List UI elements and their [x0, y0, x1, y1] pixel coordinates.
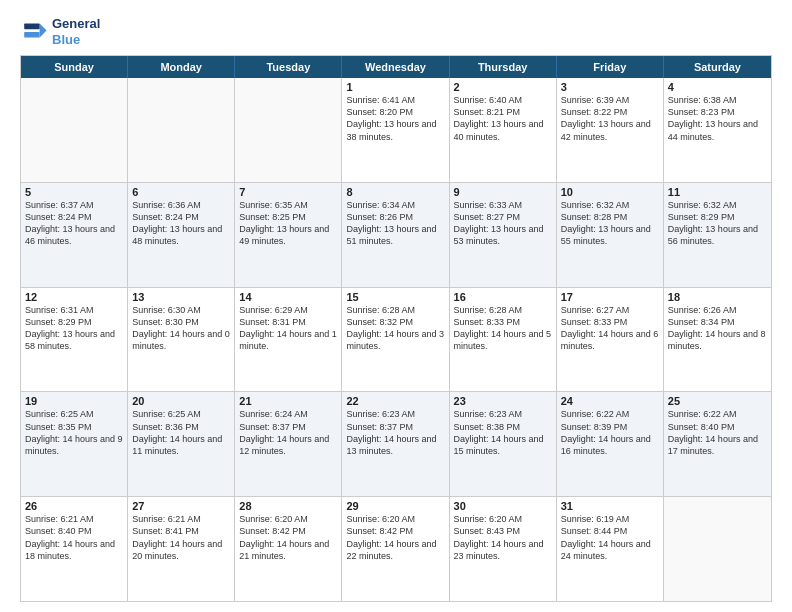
- calendar-cell: 11Sunrise: 6:32 AM Sunset: 8:29 PM Dayli…: [664, 183, 771, 287]
- calendar-body: 1Sunrise: 6:41 AM Sunset: 8:20 PM Daylig…: [21, 78, 771, 601]
- cell-text: Sunrise: 6:28 AM Sunset: 8:32 PM Dayligh…: [346, 304, 444, 353]
- day-header-tuesday: Tuesday: [235, 56, 342, 78]
- day-number: 31: [561, 500, 659, 512]
- day-number: 12: [25, 291, 123, 303]
- day-number: 5: [25, 186, 123, 198]
- calendar-cell: 18Sunrise: 6:26 AM Sunset: 8:34 PM Dayli…: [664, 288, 771, 392]
- cell-text: Sunrise: 6:37 AM Sunset: 8:24 PM Dayligh…: [25, 199, 123, 248]
- day-number: 21: [239, 395, 337, 407]
- cell-text: Sunrise: 6:39 AM Sunset: 8:22 PM Dayligh…: [561, 94, 659, 143]
- calendar-cell: 13Sunrise: 6:30 AM Sunset: 8:30 PM Dayli…: [128, 288, 235, 392]
- day-number: 1: [346, 81, 444, 93]
- cell-text: Sunrise: 6:31 AM Sunset: 8:29 PM Dayligh…: [25, 304, 123, 353]
- day-header-sunday: Sunday: [21, 56, 128, 78]
- day-number: 6: [132, 186, 230, 198]
- svg-rect-3: [24, 32, 39, 38]
- day-number: 26: [25, 500, 123, 512]
- page: General Blue SundayMondayTuesdayWednesda…: [0, 0, 792, 612]
- cell-text: Sunrise: 6:23 AM Sunset: 8:38 PM Dayligh…: [454, 408, 552, 457]
- calendar-row: 1Sunrise: 6:41 AM Sunset: 8:20 PM Daylig…: [21, 78, 771, 183]
- calendar-cell: 29Sunrise: 6:20 AM Sunset: 8:42 PM Dayli…: [342, 497, 449, 601]
- calendar-cell: [21, 78, 128, 182]
- day-number: 25: [668, 395, 767, 407]
- header: General Blue: [20, 16, 772, 47]
- calendar-row: 12Sunrise: 6:31 AM Sunset: 8:29 PM Dayli…: [21, 288, 771, 393]
- day-number: 11: [668, 186, 767, 198]
- calendar-cell: 4Sunrise: 6:38 AM Sunset: 8:23 PM Daylig…: [664, 78, 771, 182]
- day-number: 14: [239, 291, 337, 303]
- calendar-cell: 28Sunrise: 6:20 AM Sunset: 8:42 PM Dayli…: [235, 497, 342, 601]
- calendar-cell: [664, 497, 771, 601]
- day-number: 27: [132, 500, 230, 512]
- calendar-row: 26Sunrise: 6:21 AM Sunset: 8:40 PM Dayli…: [21, 497, 771, 601]
- cell-text: Sunrise: 6:20 AM Sunset: 8:43 PM Dayligh…: [454, 513, 552, 562]
- day-number: 4: [668, 81, 767, 93]
- calendar-cell: 6Sunrise: 6:36 AM Sunset: 8:24 PM Daylig…: [128, 183, 235, 287]
- day-number: 18: [668, 291, 767, 303]
- day-number: 10: [561, 186, 659, 198]
- calendar-row: 19Sunrise: 6:25 AM Sunset: 8:35 PM Dayli…: [21, 392, 771, 497]
- day-header-wednesday: Wednesday: [342, 56, 449, 78]
- logo-icon: [20, 18, 48, 46]
- cell-text: Sunrise: 6:21 AM Sunset: 8:41 PM Dayligh…: [132, 513, 230, 562]
- cell-text: Sunrise: 6:32 AM Sunset: 8:29 PM Dayligh…: [668, 199, 767, 248]
- calendar-cell: 31Sunrise: 6:19 AM Sunset: 8:44 PM Dayli…: [557, 497, 664, 601]
- cell-text: Sunrise: 6:30 AM Sunset: 8:30 PM Dayligh…: [132, 304, 230, 353]
- cell-text: Sunrise: 6:28 AM Sunset: 8:33 PM Dayligh…: [454, 304, 552, 353]
- calendar-cell: 12Sunrise: 6:31 AM Sunset: 8:29 PM Dayli…: [21, 288, 128, 392]
- calendar-cell: 26Sunrise: 6:21 AM Sunset: 8:40 PM Dayli…: [21, 497, 128, 601]
- calendar-cell: 10Sunrise: 6:32 AM Sunset: 8:28 PM Dayli…: [557, 183, 664, 287]
- calendar-cell: 5Sunrise: 6:37 AM Sunset: 8:24 PM Daylig…: [21, 183, 128, 287]
- cell-text: Sunrise: 6:34 AM Sunset: 8:26 PM Dayligh…: [346, 199, 444, 248]
- day-number: 30: [454, 500, 552, 512]
- calendar-cell: 2Sunrise: 6:40 AM Sunset: 8:21 PM Daylig…: [450, 78, 557, 182]
- calendar-cell: 30Sunrise: 6:20 AM Sunset: 8:43 PM Dayli…: [450, 497, 557, 601]
- day-header-monday: Monday: [128, 56, 235, 78]
- calendar-cell: 16Sunrise: 6:28 AM Sunset: 8:33 PM Dayli…: [450, 288, 557, 392]
- day-header-saturday: Saturday: [664, 56, 771, 78]
- day-header-friday: Friday: [557, 56, 664, 78]
- calendar-cell: 25Sunrise: 6:22 AM Sunset: 8:40 PM Dayli…: [664, 392, 771, 496]
- calendar-cell: 21Sunrise: 6:24 AM Sunset: 8:37 PM Dayli…: [235, 392, 342, 496]
- day-number: 28: [239, 500, 337, 512]
- cell-text: Sunrise: 6:38 AM Sunset: 8:23 PM Dayligh…: [668, 94, 767, 143]
- cell-text: Sunrise: 6:36 AM Sunset: 8:24 PM Dayligh…: [132, 199, 230, 248]
- day-number: 9: [454, 186, 552, 198]
- day-number: 15: [346, 291, 444, 303]
- calendar-cell: 27Sunrise: 6:21 AM Sunset: 8:41 PM Dayli…: [128, 497, 235, 601]
- cell-text: Sunrise: 6:33 AM Sunset: 8:27 PM Dayligh…: [454, 199, 552, 248]
- calendar-cell: 15Sunrise: 6:28 AM Sunset: 8:32 PM Dayli…: [342, 288, 449, 392]
- calendar-cell: 14Sunrise: 6:29 AM Sunset: 8:31 PM Dayli…: [235, 288, 342, 392]
- logo-text: General Blue: [52, 16, 100, 47]
- calendar-row: 5Sunrise: 6:37 AM Sunset: 8:24 PM Daylig…: [21, 183, 771, 288]
- cell-text: Sunrise: 6:23 AM Sunset: 8:37 PM Dayligh…: [346, 408, 444, 457]
- cell-text: Sunrise: 6:41 AM Sunset: 8:20 PM Dayligh…: [346, 94, 444, 143]
- cell-text: Sunrise: 6:22 AM Sunset: 8:40 PM Dayligh…: [668, 408, 767, 457]
- day-number: 3: [561, 81, 659, 93]
- calendar-cell: 9Sunrise: 6:33 AM Sunset: 8:27 PM Daylig…: [450, 183, 557, 287]
- day-number: 2: [454, 81, 552, 93]
- calendar-cell: 17Sunrise: 6:27 AM Sunset: 8:33 PM Dayli…: [557, 288, 664, 392]
- day-number: 8: [346, 186, 444, 198]
- cell-text: Sunrise: 6:27 AM Sunset: 8:33 PM Dayligh…: [561, 304, 659, 353]
- day-headers: SundayMondayTuesdayWednesdayThursdayFrid…: [21, 56, 771, 78]
- calendar-cell: [235, 78, 342, 182]
- calendar: SundayMondayTuesdayWednesdayThursdayFrid…: [20, 55, 772, 602]
- calendar-cell: 23Sunrise: 6:23 AM Sunset: 8:38 PM Dayli…: [450, 392, 557, 496]
- day-number: 23: [454, 395, 552, 407]
- cell-text: Sunrise: 6:22 AM Sunset: 8:39 PM Dayligh…: [561, 408, 659, 457]
- day-number: 24: [561, 395, 659, 407]
- cell-text: Sunrise: 6:20 AM Sunset: 8:42 PM Dayligh…: [239, 513, 337, 562]
- cell-text: Sunrise: 6:19 AM Sunset: 8:44 PM Dayligh…: [561, 513, 659, 562]
- cell-text: Sunrise: 6:20 AM Sunset: 8:42 PM Dayligh…: [346, 513, 444, 562]
- calendar-cell: 19Sunrise: 6:25 AM Sunset: 8:35 PM Dayli…: [21, 392, 128, 496]
- logo: General Blue: [20, 16, 100, 47]
- calendar-cell: 20Sunrise: 6:25 AM Sunset: 8:36 PM Dayli…: [128, 392, 235, 496]
- calendar-cell: 7Sunrise: 6:35 AM Sunset: 8:25 PM Daylig…: [235, 183, 342, 287]
- day-number: 13: [132, 291, 230, 303]
- day-number: 16: [454, 291, 552, 303]
- cell-text: Sunrise: 6:40 AM Sunset: 8:21 PM Dayligh…: [454, 94, 552, 143]
- calendar-cell: 24Sunrise: 6:22 AM Sunset: 8:39 PM Dayli…: [557, 392, 664, 496]
- calendar-cell: 22Sunrise: 6:23 AM Sunset: 8:37 PM Dayli…: [342, 392, 449, 496]
- day-number: 7: [239, 186, 337, 198]
